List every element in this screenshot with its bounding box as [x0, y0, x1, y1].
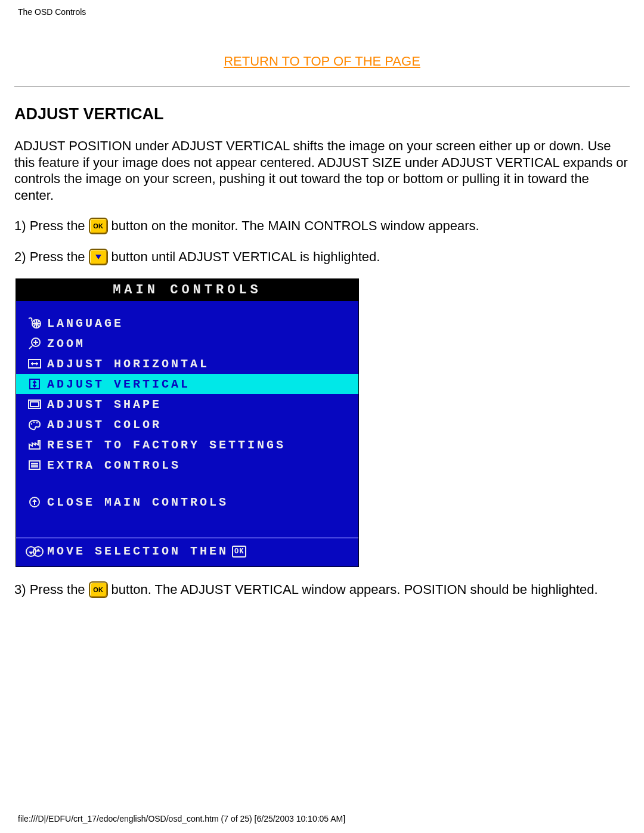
- adjust-shape-icon: [22, 398, 47, 411]
- osd-item-adjust-shape: ADJUST SHAPE: [16, 394, 358, 414]
- return-to-top-link[interactable]: RETURN TO TOP OF THE PAGE: [224, 54, 420, 69]
- step-3: 3) Press the OK button. The ADJUST VERTI…: [14, 581, 644, 598]
- osd-item-label: ADJUST SHAPE: [47, 398, 358, 411]
- step-3-text-a: 3) Press the: [14, 582, 85, 597]
- osd-item-adjust-color: ADJUST COLOR: [16, 414, 358, 435]
- osd-item-label: ADJUST COLOR: [47, 418, 358, 432]
- step-2-text-a: 2) Press the: [14, 249, 85, 265]
- osd-close-label: CLOSE MAIN CONTROLS: [47, 496, 358, 509]
- svg-point-15: [31, 423, 32, 425]
- osd-item-label: ZOOM: [47, 337, 358, 351]
- ok-badge-icon: OK: [232, 546, 246, 558]
- osd-title: MAIN CONTROLS: [16, 279, 358, 301]
- adjust-horizontal-icon: [22, 357, 47, 370]
- svg-point-16: [33, 422, 35, 423]
- step-3-text-b: button. The ADJUST VERTICAL window appea…: [112, 582, 598, 597]
- osd-item-language: LANGUAGE: [16, 313, 358, 333]
- return-to-top-container: RETURN TO TOP OF THE PAGE: [0, 54, 644, 69]
- zoom-icon: [22, 337, 47, 350]
- osd-hint-label: MOVE SELECTION THEN OK: [47, 544, 358, 558]
- osd-item-adjust-horizontal: ADJUST HORIZONTAL: [16, 354, 358, 374]
- language-icon: [22, 317, 47, 330]
- section-paragraph: ADJUST POSITION under ADJUST VERTICAL sh…: [14, 138, 628, 203]
- svg-point-17: [36, 422, 38, 423]
- page-footer-path: file:///D|/EDFU/crt_17/edoc/english/OSD/…: [18, 814, 345, 823]
- svg-line-5: [29, 346, 32, 349]
- osd-main-controls-window: MAIN CONTROLS LANGUAGE ZOOM: [16, 278, 359, 567]
- adjust-color-icon: [22, 418, 47, 431]
- osd-hint-bar: MOVE SELECTION THEN OK: [16, 537, 358, 563]
- osd-item-label: RESET TO FACTORY SETTINGS: [47, 438, 358, 452]
- osd-item-zoom: ZOOM: [16, 333, 358, 354]
- osd-item-label: EXTRA CONTROLS: [47, 459, 358, 472]
- divider: [14, 86, 630, 87]
- osd-body: LANGUAGE ZOOM: [16, 301, 358, 566]
- section-title: ADJUST VERTICAL: [14, 105, 644, 123]
- osd-item-label: ADJUST VERTICAL: [47, 377, 358, 391]
- osd-item-extra-controls: EXTRA CONTROLS: [16, 455, 358, 475]
- close-icon: [22, 496, 47, 509]
- svg-marker-13: [33, 385, 36, 388]
- osd-item-reset-factory: RESET TO FACTORY SETTINGS: [16, 435, 358, 455]
- svg-marker-9: [36, 362, 38, 366]
- osd-close-main-controls: CLOSE MAIN CONTROLS: [16, 492, 358, 512]
- svg-marker-0: [95, 255, 101, 259]
- svg-marker-27: [36, 549, 41, 552]
- ok-button-icon: OK: [89, 581, 108, 598]
- adjust-vertical-icon: [22, 377, 47, 391]
- factory-icon: [22, 438, 47, 451]
- svg-marker-23: [32, 499, 37, 505]
- up-down-icon: [22, 545, 47, 558]
- osd-item-label: ADJUST HORIZONTAL: [47, 357, 358, 371]
- extra-controls-icon: [22, 459, 47, 472]
- step-2: 2) Press the button until ADJUST VERTICA…: [14, 249, 644, 265]
- page-header-label: The OSD Controls: [0, 0, 644, 17]
- down-arrow-button-icon: [89, 249, 108, 265]
- step-1-text-a: 1) Press the: [14, 218, 85, 234]
- ok-button-icon: OK: [89, 218, 108, 234]
- svg-marker-25: [29, 552, 33, 555]
- step-1-text-b: button on the monitor. The MAIN CONTROLS…: [112, 218, 479, 234]
- step-2-text-b: button until ADJUST VERTICAL is highligh…: [112, 249, 380, 265]
- step-1: 1) Press the OK button on the monitor. T…: [14, 218, 644, 234]
- svg-marker-8: [31, 362, 33, 366]
- osd-hint-text: MOVE SELECTION THEN: [47, 544, 228, 558]
- osd-item-adjust-vertical: ADJUST VERTICAL: [16, 374, 358, 394]
- svg-marker-12: [33, 380, 36, 383]
- osd-item-label: LANGUAGE: [47, 317, 358, 330]
